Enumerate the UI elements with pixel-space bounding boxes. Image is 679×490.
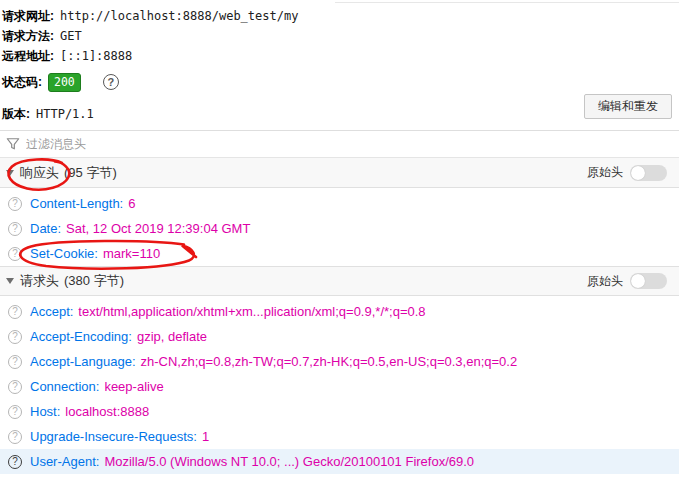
header-row-user-agent[interactable]: User-Agent: Mozilla/5.0 (Windows NT 10.0…	[0, 449, 679, 474]
request-section-size: (380 字节)	[64, 272, 124, 290]
header-row-accept[interactable]: Accept: text/html,application/xhtml+xm..…	[0, 299, 679, 324]
summary-row-remote-address: 远程地址: [::1]:8888	[2, 46, 679, 66]
remote-address-value: [::1]:8888	[60, 49, 132, 63]
header-value: mark=110	[103, 246, 160, 261]
summary-row-url: 请求网址: http://localhost:8888/web_test/my	[2, 6, 679, 26]
remote-address-label: 远程地址:	[2, 48, 54, 65]
toggle-knob	[631, 274, 645, 288]
summary-row-method: 请求方法: GET	[2, 26, 679, 46]
request-section-title: 请求头	[20, 272, 59, 290]
help-icon[interactable]	[8, 330, 22, 344]
request-summary: 请求网址: http://localhost:8888/web_test/my …	[0, 0, 679, 130]
header-name: Date:	[30, 221, 61, 236]
header-value: Sat, 12 Oct 2019 12:39:04 GMT	[66, 221, 250, 236]
header-row-accept-encoding[interactable]: Accept-Encoding: gzip, deflate	[0, 324, 679, 349]
raw-headers-label: 原始头	[587, 273, 623, 290]
filter-bar	[0, 130, 679, 158]
method-label: 请求方法:	[2, 28, 54, 45]
header-value: text/html,application/xhtml+xm...plicati…	[78, 304, 425, 319]
toggle-knob	[631, 166, 645, 180]
help-icon[interactable]	[8, 222, 22, 236]
header-value: keep-alive	[104, 379, 163, 394]
header-row-set-cookie[interactable]: Set-Cookie: mark=110	[0, 241, 679, 266]
version-value: HTTP/1.1	[36, 107, 94, 121]
raw-headers-label: 原始头	[587, 164, 623, 181]
header-name: User-Agent:	[30, 454, 99, 469]
header-row-host[interactable]: Host: localhost:8888	[0, 399, 679, 424]
header-name: Host:	[30, 404, 60, 419]
header-name: Accept-Language:	[30, 354, 136, 369]
header-value: 6	[128, 196, 135, 211]
method-value: GET	[60, 29, 82, 43]
chevron-down-icon[interactable]	[6, 170, 14, 176]
header-name: Connection:	[30, 379, 99, 394]
help-icon[interactable]	[8, 380, 22, 394]
header-name: Accept-Encoding:	[30, 329, 132, 344]
raw-headers-toggle[interactable]	[630, 273, 667, 289]
section-header-response[interactable]: 响应头 (95 字节) 原始头	[0, 158, 679, 188]
url-value: http://localhost:8888/web_test/my	[60, 9, 298, 23]
header-row-accept-language[interactable]: Accept-Language: zh-CN,zh;q=0.8,zh-TW;q=…	[0, 349, 679, 374]
raw-headers-toggle[interactable]	[630, 165, 667, 181]
help-icon[interactable]	[8, 455, 22, 469]
header-row-date[interactable]: Date: Sat, 12 Oct 2019 12:39:04 GMT	[0, 216, 679, 241]
header-row-upgrade-insecure-requests[interactable]: Upgrade-Insecure-Requests: 1	[0, 424, 679, 449]
status-help-icon[interactable]	[103, 74, 119, 90]
status-label: 状态码:	[2, 74, 42, 91]
response-headers-list: Content-Length: 6 Date: Sat, 12 Oct 2019…	[0, 188, 679, 266]
help-icon[interactable]	[8, 355, 22, 369]
header-name: Accept:	[30, 304, 73, 319]
header-value: gzip, deflate	[137, 329, 207, 344]
header-name: Upgrade-Insecure-Requests:	[30, 429, 197, 444]
summary-row-version: 版本: HTTP/1.1	[2, 104, 679, 124]
header-value: localhost:8888	[65, 404, 149, 419]
version-label: 版本:	[2, 106, 30, 123]
help-icon[interactable]	[8, 430, 22, 444]
summary-row-status: 状态码: 200	[2, 70, 679, 94]
filter-headers-input[interactable]	[26, 137, 675, 151]
header-name: Set-Cookie:	[30, 246, 98, 261]
filter-icon	[6, 137, 20, 151]
header-name: Content-Length:	[30, 196, 123, 211]
response-section-title: 响应头	[20, 164, 59, 182]
help-icon[interactable]	[8, 197, 22, 211]
url-label: 请求网址:	[2, 8, 54, 25]
header-value: 1	[202, 429, 209, 444]
request-headers-list: Accept: text/html,application/xhtml+xm..…	[0, 296, 679, 474]
section-header-request[interactable]: 请求头 (380 字节) 原始头	[0, 266, 679, 296]
header-row-connection[interactable]: Connection: keep-alive	[0, 374, 679, 399]
header-value: zh-CN,zh;q=0.8,zh-TW;q=0.7,zh-HK;q=0.5,e…	[141, 354, 518, 369]
help-icon[interactable]	[8, 247, 22, 261]
help-icon[interactable]	[8, 405, 22, 419]
help-icon[interactable]	[8, 305, 22, 319]
header-value: Mozilla/5.0 (Windows NT 10.0; ...) Gecko…	[104, 454, 474, 469]
status-badge: 200	[48, 73, 81, 92]
response-section-size: (95 字节)	[64, 164, 117, 182]
headers-panel: 请求网址: http://localhost:8888/web_test/my …	[0, 0, 679, 490]
edit-resend-button[interactable]: 编辑和重发	[584, 94, 672, 119]
header-row-content-length[interactable]: Content-Length: 6	[0, 191, 679, 216]
chevron-down-icon[interactable]	[6, 278, 14, 284]
